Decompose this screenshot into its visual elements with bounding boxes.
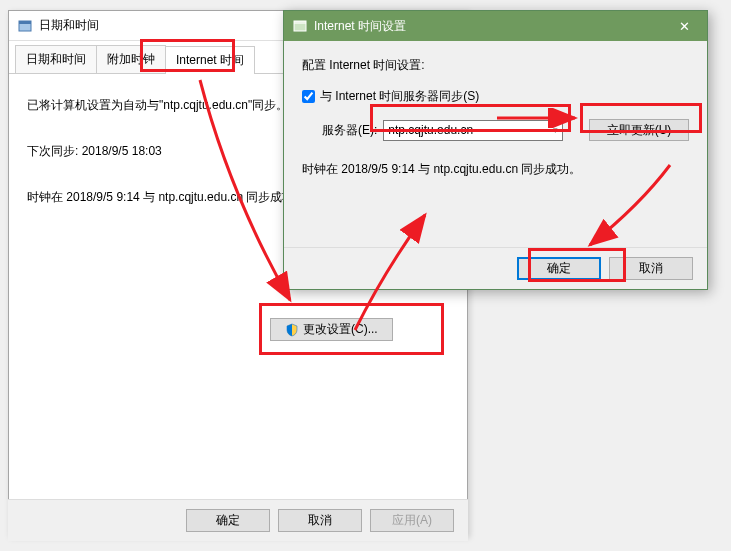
server-combo[interactable]: ntp.cqjtu.edu.cn ▾ — [383, 120, 563, 141]
change-settings-wrap: 更改设置(C)... — [270, 318, 393, 341]
config-label: 配置 Internet 时间设置: — [302, 57, 689, 74]
tab-internet-time[interactable]: Internet 时间 — [165, 46, 255, 74]
tab-datetime[interactable]: 日期和时间 — [15, 45, 97, 73]
dialog-close-button[interactable]: ✕ — [662, 11, 707, 41]
server-row: 服务器(E): ntp.cqjtu.edu.cn ▾ 立即更新(U) — [302, 119, 689, 141]
dialog-status-text: 时钟在 2018/9/5 9:14 与 ntp.cqjtu.edu.cn 同步成… — [302, 161, 689, 178]
bg-cancel-button[interactable]: 取消 — [278, 509, 362, 532]
tab-additional-clocks[interactable]: 附加时钟 — [96, 45, 166, 73]
dialog-title: Internet 时间设置 — [314, 18, 406, 35]
app-icon — [17, 18, 33, 34]
dialog-cancel-button[interactable]: 取消 — [609, 257, 693, 280]
server-value: ntp.cqjtu.edu.cn — [388, 123, 473, 137]
svg-rect-3 — [294, 21, 306, 24]
window-title: 日期和时间 — [39, 17, 99, 34]
dialog-body: 配置 Internet 时间设置: 与 Internet 时间服务器同步(S) … — [284, 41, 707, 208]
dialog-ok-button[interactable]: 确定 — [517, 257, 601, 280]
svg-rect-1 — [19, 21, 31, 24]
bg-apply-button: 应用(A) — [370, 509, 454, 532]
sync-checkbox-row: 与 Internet 时间服务器同步(S) — [302, 88, 689, 105]
change-settings-label: 更改设置(C)... — [303, 321, 378, 338]
dialog-titlebar: Internet 时间设置 ✕ — [284, 11, 707, 41]
sync-checkbox-label: 与 Internet 时间服务器同步(S) — [320, 88, 479, 105]
dialog-icon — [292, 18, 308, 34]
dialog-button-row: 确定 取消 — [284, 247, 707, 289]
sync-checkbox[interactable] — [302, 90, 315, 103]
server-label: 服务器(E): — [322, 122, 377, 139]
bg-button-row: 确定 取消 应用(A) — [8, 499, 468, 541]
change-settings-button[interactable]: 更改设置(C)... — [270, 318, 393, 341]
internet-time-settings-dialog: Internet 时间设置 ✕ 配置 Internet 时间设置: 与 Inte… — [283, 10, 708, 290]
bg-ok-button[interactable]: 确定 — [186, 509, 270, 532]
update-now-button[interactable]: 立即更新(U) — [589, 119, 689, 141]
combo-arrow-icon: ▾ — [553, 125, 558, 135]
uac-shield-icon — [285, 323, 299, 337]
